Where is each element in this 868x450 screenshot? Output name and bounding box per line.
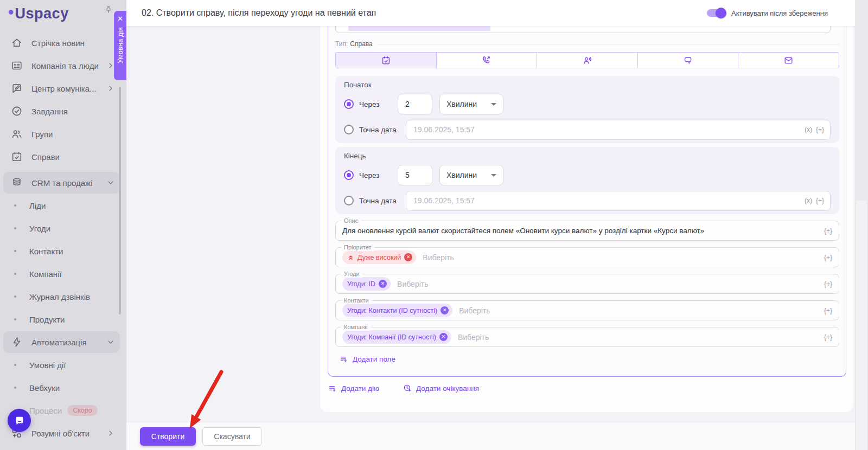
title-selection-highlight bbox=[348, 26, 490, 31]
sidebar-item-activities[interactable]: Справи bbox=[0, 145, 126, 168]
remove-chip-icon[interactable]: ✕ bbox=[404, 253, 412, 261]
logo-dot-icon: ● bbox=[8, 5, 15, 17]
sidebar-item-call-log[interactable]: Журнал дзвінків bbox=[0, 285, 126, 308]
companies-chip: Угоди: Компанії (ID сутності) ✕ bbox=[342, 330, 451, 344]
end-date-input[interactable] bbox=[406, 191, 831, 211]
token-x[interactable]: (x) bbox=[805, 197, 812, 204]
start-unit-select[interactable]: Хвилини bbox=[439, 94, 503, 114]
calendar-check-icon bbox=[11, 151, 23, 163]
conditional-action-overlay-tab[interactable]: ✕ Умовна дія bbox=[114, 11, 126, 80]
tab-call[interactable] bbox=[436, 53, 537, 68]
tab-task[interactable] bbox=[336, 53, 436, 68]
remove-chip-icon[interactable]: ✕ bbox=[441, 306, 449, 314]
priority-field[interactable]: Пріоритет Дуже високий ✕ Виберіть {+} bbox=[335, 247, 839, 267]
company-icon bbox=[11, 60, 23, 72]
page-scrollbar[interactable] bbox=[856, 201, 867, 450]
title-input-partial[interactable] bbox=[335, 26, 831, 33]
activate-toggle[interactable] bbox=[707, 9, 725, 17]
date-tokens: (x){+} bbox=[805, 120, 824, 140]
sidebar-item-leads[interactable]: Ліди bbox=[0, 194, 126, 217]
uspacy-logo[interactable]: ●Uspacy bbox=[8, 5, 69, 22]
deals-field[interactable]: Угоди Угоди: ID ✕ Виберіть {+} bbox=[335, 274, 839, 294]
pin-sidebar-icon[interactable] bbox=[104, 5, 113, 14]
sidebar-item-tasks[interactable]: Завдання bbox=[0, 100, 126, 123]
divider bbox=[378, 44, 839, 44]
add-field-button[interactable]: Додати поле bbox=[340, 355, 395, 363]
date-tokens: (x){+} bbox=[805, 191, 824, 211]
bullet-icon bbox=[14, 204, 16, 207]
page-title: 02. Створити справу, після переходу угод… bbox=[142, 8, 376, 18]
sidebar-item-newsfeed[interactable]: Стрічка новин bbox=[0, 31, 126, 54]
start-date-field: (x){+} bbox=[406, 120, 831, 140]
add-action-button[interactable]: Додати дію bbox=[328, 384, 379, 393]
add-wait-button[interactable]: Додати очікування bbox=[403, 384, 479, 393]
contacts-label: Контакти bbox=[341, 297, 372, 304]
end-unit-select[interactable]: Хвилини bbox=[439, 165, 503, 185]
type-value: Справа bbox=[350, 40, 372, 48]
bullet-icon bbox=[14, 364, 16, 366]
home-icon bbox=[11, 37, 23, 49]
sidebar-item-webhooks[interactable]: Вебхуки bbox=[0, 376, 126, 399]
page-right-strip bbox=[855, 0, 868, 450]
sidebar-menu: Стрічка новин Компанія та люди Центр ком… bbox=[0, 31, 126, 445]
modal-footer: Створити Скасувати bbox=[126, 422, 855, 450]
app-root: ●Uspacy Стрічка новин Компанія та люди Ц… bbox=[0, 0, 868, 450]
token-plus[interactable]: {+} bbox=[824, 307, 832, 314]
token-x[interactable]: (x) bbox=[805, 126, 812, 133]
end-date-field: (x){+} bbox=[406, 191, 831, 211]
token-plus[interactable]: {+} bbox=[824, 333, 832, 341]
remove-chip-icon[interactable]: ✕ bbox=[379, 280, 387, 288]
sidebar-item-deals[interactable]: Угоди bbox=[0, 217, 126, 240]
chevron-down-icon bbox=[107, 338, 114, 346]
sidebar-item-contacts[interactable]: Контакти bbox=[0, 240, 126, 262]
companies-field[interactable]: Компанії Угоди: Компанії (ID сутності) ✕… bbox=[335, 327, 839, 347]
token-plus[interactable]: {+} bbox=[816, 197, 824, 204]
contacts-chip: Угоди: Контакти (ID сутності) ✕ bbox=[342, 304, 452, 317]
cancel-button[interactable]: Скасувати bbox=[202, 427, 262, 446]
token-plus[interactable]: {+} bbox=[824, 280, 832, 288]
contacts-field[interactable]: Контакти Угоди: Контакти (ID сутності) ✕… bbox=[335, 300, 839, 320]
sidebar-item-automation[interactable]: Автоматизація bbox=[0, 331, 126, 353]
tab-email[interactable] bbox=[738, 53, 839, 68]
start-exact-label: Точна дата bbox=[359, 126, 404, 134]
chat-widget-button[interactable] bbox=[8, 409, 31, 432]
sidebar-item-products[interactable]: Продукти bbox=[0, 308, 126, 331]
end-exact-radio[interactable] bbox=[344, 196, 354, 205]
mail-icon bbox=[783, 55, 794, 66]
sidebar-item-communication-center[interactable]: Центр комуніка... bbox=[0, 77, 126, 100]
sidebar-scrollbar[interactable] bbox=[119, 87, 121, 314]
chevron-down-icon bbox=[107, 179, 114, 187]
sidebar-item-crm[interactable]: CRM та продажі bbox=[0, 171, 126, 194]
start-exact-radio[interactable] bbox=[344, 125, 354, 134]
tab-meeting[interactable] bbox=[537, 53, 637, 68]
lightning-icon bbox=[11, 336, 23, 348]
start-after-radio[interactable] bbox=[344, 99, 354, 109]
description-field[interactable]: Опис Для оновлення курсій валют скориста… bbox=[335, 221, 839, 241]
priority-chip: Дуже високий ✕ bbox=[342, 250, 416, 264]
token-plus[interactable]: {+} bbox=[824, 227, 832, 235]
end-title: Кінець bbox=[344, 152, 831, 160]
bullet-icon bbox=[14, 318, 16, 320]
start-after-value-input[interactable] bbox=[398, 94, 432, 114]
modal-header: 02. Створити справу, після переходу угод… bbox=[126, 0, 855, 26]
close-icon[interactable]: ✕ bbox=[117, 15, 123, 22]
remove-chip-icon[interactable]: ✕ bbox=[439, 333, 448, 341]
tab-chat[interactable] bbox=[637, 53, 738, 68]
sidebar-item-company-people[interactable]: Компанія та люди bbox=[0, 54, 126, 77]
end-exact-label: Точна дата bbox=[359, 197, 404, 205]
end-after-radio[interactable] bbox=[344, 170, 354, 180]
token-plus[interactable]: {+} bbox=[816, 126, 824, 133]
deals-label: Угоди bbox=[341, 271, 362, 278]
contacts-placeholder: Виберіть bbox=[459, 306, 490, 315]
sidebar-item-companies[interactable]: Компанії bbox=[0, 262, 126, 285]
start-date-input[interactable] bbox=[406, 120, 831, 140]
end-after-value-input[interactable] bbox=[398, 165, 432, 185]
toggle-knob bbox=[716, 8, 726, 18]
sidebar-item-conditional-actions[interactable]: Умовні дії bbox=[0, 353, 126, 376]
create-button[interactable]: Створити bbox=[140, 427, 196, 446]
description-value: Для оновлення курсій валют скористайтеся… bbox=[342, 227, 704, 235]
overlay-tab-label: Умовна дія bbox=[117, 27, 124, 63]
token-plus[interactable]: {+} bbox=[824, 254, 832, 261]
sidebar-item-groups[interactable]: Групи bbox=[0, 123, 126, 145]
chevron-right-icon bbox=[107, 62, 114, 69]
